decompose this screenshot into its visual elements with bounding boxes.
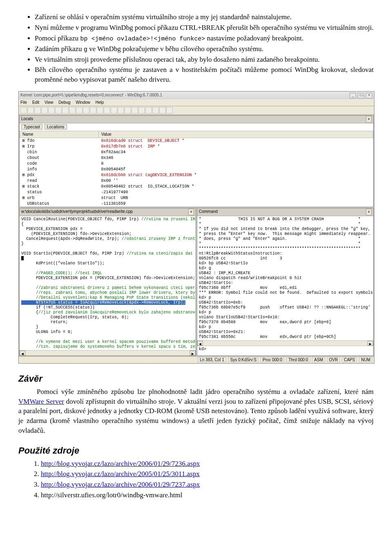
menu-view[interactable]: View [45, 100, 53, 105]
bullet-item: Ve virtuálním stroji provedeme příslušno… [35, 55, 374, 65]
scroll-left-icon[interactable]: ◄ [197, 341, 203, 346]
tab-typecast[interactable]: Typecast [21, 124, 42, 130]
bullet-text: ve WinDbg pokračujeme v běhu cílového op… [87, 45, 263, 53]
prompt: kd> [199, 347, 206, 351]
toolbar-button[interactable] [34, 107, 41, 114]
bullet-text: nastavíme požadovaný breakpoint. [205, 34, 303, 42]
table-row[interactable]: ⊞ pdx0x816dcb88 struct tagDEVICE_EXTENSI… [20, 172, 373, 178]
toolbar-button[interactable] [41, 107, 48, 114]
menu-edit[interactable]: Edit [32, 100, 39, 105]
col-value[interactable]: Value [99, 131, 373, 138]
toolbar-button[interactable] [27, 107, 34, 114]
bullet-text: Zadáním příkazu [35, 45, 84, 53]
cell-value: -111381659 [99, 201, 373, 207]
status-cell: Sys 0:KdSrv:S [228, 357, 258, 362]
table-row[interactable]: read0x00 '' [20, 178, 373, 184]
toolbar-button[interactable] [145, 107, 152, 114]
toolbar-button[interactable] [104, 107, 110, 114]
toolbar-button[interactable] [48, 107, 55, 114]
menu-file[interactable]: File [20, 100, 27, 105]
table-row[interactable]: USBstatus-111381659 [20, 201, 373, 207]
toolbar-button[interactable] [55, 107, 62, 114]
ref-item: http://blog.vyvojar.cz/lazo/archive/2006… [41, 480, 374, 490]
status-cell: Proc 000:0 [261, 357, 284, 362]
ref-link[interactable]: http://blog.vyvojar.cz/lazo/archive/2006… [41, 481, 200, 488]
status-cell: ASM [312, 357, 325, 362]
table-row[interactable]: ⊞ stack0x80540402 struct IO_STACK_LOCATI… [20, 184, 373, 190]
col-name[interactable]: Name [20, 131, 99, 138]
toolbar-button[interactable] [76, 107, 82, 114]
source-pane: w:\docs\skola\bc\usbdriver\tymprojekt\us… [19, 208, 196, 356]
h-scrollbar[interactable]: ◄► [20, 350, 196, 355]
cell-value: -2141977498 [99, 190, 373, 195]
heading-zaver: Závěr [18, 373, 374, 385]
table-row[interactable]: cbout0x346 [20, 155, 373, 161]
toolbar-button[interactable] [20, 107, 27, 114]
minimize-icon[interactable]: _ [350, 93, 356, 98]
pane-close-icon[interactable]: × [188, 209, 194, 215]
h-scrollbar[interactable]: ◄► [197, 340, 373, 346]
command-input[interactable]: kd> [197, 346, 373, 353]
pane-title: Command [199, 209, 218, 215]
table-row[interactable]: status-2141977498 [20, 190, 373, 195]
command-output[interactable]: * THIS IS NOT A BUG OR A SYSTEM CRASH * … [197, 216, 373, 340]
cell-name: cbin [20, 150, 99, 155]
source-code[interactable]: VOID CancelRoutine(PDEVICE_OBJECT fdo, P… [20, 216, 196, 350]
pane-close-icon[interactable]: × [366, 116, 372, 123]
scroll-right-icon[interactable]: ► [368, 341, 373, 346]
ref-link[interactable]: http://blog.vyvojar.cz/lazo/archive/2005… [41, 470, 200, 478]
cell-name: ⊞ urb [20, 195, 99, 201]
titlebar[interactable]: Kernel 'com:pipe,port=\\.\pipe\kmdbg,res… [19, 92, 374, 99]
cell-name: USBstatus [20, 201, 99, 207]
table-row[interactable]: ⊞ urbstruct URB [20, 195, 373, 201]
toolbar-button[interactable] [90, 107, 96, 114]
cell-name: cbout [20, 155, 99, 161]
toolbar-button[interactable] [131, 107, 138, 114]
toolbar-button[interactable] [159, 107, 166, 114]
toolbar-button[interactable] [118, 107, 124, 114]
locals-table: Name Value ⊞ fdo0x816dcad0 struct DEVICE… [20, 131, 373, 207]
table-row[interactable]: info0x8054045f [20, 167, 373, 172]
toolbar-button[interactable] [111, 107, 117, 114]
toolbar-button[interactable] [152, 107, 159, 114]
toolbar-button[interactable] [83, 107, 89, 114]
cell-name: ⊞ stack [20, 184, 99, 190]
cell-value: 0x817db7e8 struct IRP * [99, 144, 373, 150]
locals-pane: Locals × Typecast Locations Name Value ⊞… [19, 115, 374, 207]
toolbar-button[interactable] [62, 107, 69, 114]
menubar: File Edit View Debug Window Help [19, 99, 374, 106]
ref-item: http://silverstr.ufies.org/lotr0/windbg-… [41, 490, 374, 500]
ref-item: http://blog.vyvojar.cz/lazo/archive/2006… [41, 459, 374, 469]
maximize-icon[interactable]: ▭ [358, 93, 364, 98]
pane-header: Command × [197, 208, 373, 216]
scroll-right-icon[interactable]: ► [190, 351, 196, 355]
scroll-left-icon[interactable]: ◄ [20, 351, 25, 355]
menu-help[interactable]: Help [96, 100, 104, 105]
pane-close-icon[interactable]: × [366, 209, 372, 215]
status-cell: Thrd 000:0 [286, 357, 310, 362]
cell-value: 0x00 '' [99, 178, 373, 184]
table-row[interactable]: ⊞ fdo0x816dcad0 struct DEVICE_OBJECT * [20, 138, 373, 144]
toolbar-button[interactable] [97, 107, 103, 114]
cell-name: ⊞ Irp [20, 144, 99, 150]
paragraph-zaver: Pomocí výše zmíněného způsobu lze plnoho… [18, 387, 374, 436]
cell-value: struct URB [99, 195, 373, 201]
link-vmware[interactable]: VMWare Server [18, 398, 64, 405]
status-cell: OVR [327, 357, 340, 362]
close-icon[interactable]: × [366, 93, 372, 98]
table-row[interactable]: ⊞ Irp0x817db7e8 struct IRP * [20, 144, 373, 150]
toolbar-button[interactable] [166, 107, 173, 114]
toolbar-button[interactable] [125, 107, 131, 114]
toolbar-button[interactable] [138, 107, 145, 114]
menu-window[interactable]: Window [76, 100, 90, 105]
ref-link[interactable]: http://blog.vyvojar.cz/lazo/archive/2006… [41, 460, 200, 467]
bullet-text: Běh cílového operačního systému je zasta… [35, 66, 374, 83]
menu-debug[interactable]: Debug [58, 100, 70, 105]
table-row[interactable]: code0 [20, 161, 373, 167]
pane-header: w:\docs\skola\bc\usbdriver\tymprojekt\us… [20, 208, 196, 216]
bullet-item: Zadáním příkazu g ve WinDbg pokračujeme … [35, 44, 374, 54]
tab-locations[interactable]: Locations [45, 124, 67, 130]
table-row[interactable]: cbin0xf82aac34 [20, 150, 373, 155]
toolbar-button[interactable] [69, 107, 76, 114]
windbg-window: Kernel 'com:pipe,port=\\.\pipe\kmdbg,res… [18, 91, 374, 364]
